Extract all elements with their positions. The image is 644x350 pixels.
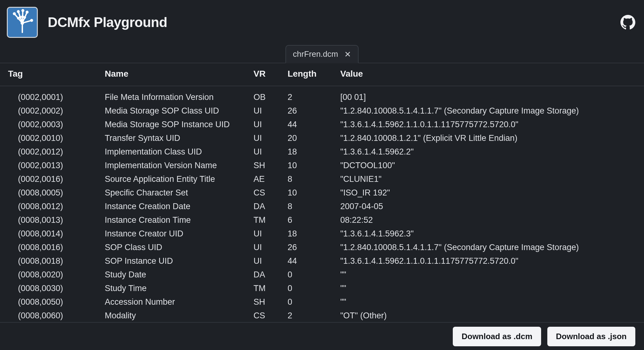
cell-tag: (0002,0003) <box>0 118 102 132</box>
app-title: DCMfx Playground <box>48 15 167 30</box>
cell-vr: UI <box>251 254 285 268</box>
cell-tag: (0008,0012) <box>0 200 102 213</box>
cell-tag: (0002,0012) <box>0 145 102 159</box>
cell-length: 0 <box>285 282 338 295</box>
cell-vr: UI <box>251 227 285 241</box>
cell-value: "ISO_IR 192" <box>338 186 644 200</box>
cell-tag: (0008,0016) <box>0 241 102 254</box>
table-row[interactable]: (0008,0012)Instance Creation DateDA82007… <box>0 200 644 213</box>
table-row[interactable]: (0002,0003)Media Storage SOP Instance UI… <box>0 118 644 132</box>
table-row[interactable]: (0008,0016)SOP Class UIDUI26"1.2.840.100… <box>0 241 644 254</box>
svg-point-4 <box>26 11 28 13</box>
cell-vr: DA <box>251 268 285 282</box>
cell-name: Implementation Version Name <box>102 159 251 173</box>
cell-name: Accession Number <box>102 295 251 309</box>
cell-length: 2 <box>285 86 338 104</box>
svg-point-8 <box>22 16 23 17</box>
col-value: Value <box>338 63 644 86</box>
cell-value: "1.2.840.10008.1.2.1" (Explicit VR Littl… <box>338 132 644 145</box>
table-row[interactable]: (0008,0005)Specific Character SetCS10"IS… <box>0 186 644 200</box>
cell-name: Instance Creation Date <box>102 200 251 213</box>
cell-tag: (0002,0016) <box>0 173 102 186</box>
cell-vr: TM <box>251 282 285 295</box>
col-tag: Tag <box>0 63 102 86</box>
cell-name: SOP Instance UID <box>102 254 251 268</box>
cell-tag: (0002,0002) <box>0 104 102 118</box>
col-length: Length <box>285 63 338 86</box>
cell-vr: UI <box>251 241 285 254</box>
cell-value: "1.3.6.1.4.1.5962.3" <box>338 227 644 241</box>
cell-value: "DCTOOL100" <box>338 159 644 173</box>
svg-point-2 <box>18 11 19 12</box>
col-vr: VR <box>251 63 285 86</box>
table-header-row: Tag Name VR Length Value <box>0 63 644 86</box>
cell-name: Specific Character Set <box>102 186 251 200</box>
cell-tag: (0008,0030) <box>0 282 102 295</box>
table-row[interactable]: (0002,0016)Source Application Entity Tit… <box>0 173 644 186</box>
table-row[interactable]: (0008,0060)ModalityCS2"OT" (Other) <box>0 309 644 323</box>
cell-value: "" <box>338 282 644 295</box>
data-table-wrap: Tag Name VR Length Value (0002,0001)File… <box>0 63 644 333</box>
col-name: Name <box>102 63 251 86</box>
svg-point-6 <box>18 18 19 19</box>
cell-length: 18 <box>285 227 338 241</box>
cell-value: "1.2.840.10008.5.1.4.1.1.7" (Secondary C… <box>338 241 644 254</box>
footer: Download as .dcm Download as .json <box>0 322 644 350</box>
close-icon[interactable]: ✕ <box>344 50 351 58</box>
cell-tag: (0008,0020) <box>0 268 102 282</box>
cell-name: Implementation Class UID <box>102 145 251 159</box>
cell-vr: UI <box>251 104 285 118</box>
file-tab[interactable]: chrFren.dcm ✕ <box>285 45 359 63</box>
cell-tag: (0008,0050) <box>0 295 102 309</box>
table-row[interactable]: (0008,0020)Study DateDA0"" <box>0 268 644 282</box>
cell-length: 26 <box>285 241 338 254</box>
cell-length: 44 <box>285 118 338 132</box>
table-row[interactable]: (0002,0002)Media Storage SOP Class UIDUI… <box>0 104 644 118</box>
table-row[interactable]: (0002,0013)Implementation Version NameSH… <box>0 159 644 173</box>
table-row[interactable]: (0002,0010)Transfer Syntax UIDUI20"1.2.8… <box>0 132 644 145</box>
table-row[interactable]: (0008,0013)Instance Creation TimeTM608:2… <box>0 213 644 227</box>
download-dcm-button[interactable]: Download as .dcm <box>453 327 541 346</box>
svg-point-7 <box>20 16 21 18</box>
cell-name: SOP Class UID <box>102 241 251 254</box>
cell-tag: (0002,0001) <box>0 86 102 104</box>
cell-length: 10 <box>285 186 338 200</box>
cell-value: [00 01] <box>338 86 644 104</box>
download-json-button[interactable]: Download as .json <box>547 327 635 346</box>
table-row[interactable]: (0008,0018)SOP Instance UIDUI44"1.3.6.1.… <box>0 254 644 268</box>
svg-point-0 <box>21 22 24 24</box>
header-left: DCMfx Playground <box>7 7 167 38</box>
dicom-table: Tag Name VR Length Value (0002,0001)File… <box>0 63 644 333</box>
cell-value: 08:22:52 <box>338 213 644 227</box>
cell-value: "1.3.6.1.4.1.5962.1.1.0.1.1.1175775772.5… <box>338 254 644 268</box>
table-row[interactable]: (0008,0050)Accession NumberSH0"" <box>0 295 644 309</box>
cell-tag: (0008,0014) <box>0 227 102 241</box>
cell-name: Instance Creation Time <box>102 213 251 227</box>
cell-vr: SH <box>251 159 285 173</box>
cell-value: "CLUNIE1" <box>338 173 644 186</box>
cell-length: 2 <box>285 309 338 323</box>
cell-value: "1.2.840.10008.5.1.4.1.1.7" (Secondary C… <box>338 104 644 118</box>
cell-length: 8 <box>285 173 338 186</box>
tab-bar: chrFren.dcm ✕ <box>0 47 644 63</box>
cell-tag: (0008,0018) <box>0 254 102 268</box>
cell-length: 10 <box>285 159 338 173</box>
table-row[interactable]: (0002,0012)Implementation Class UIDUI18"… <box>0 145 644 159</box>
cell-vr: UI <box>251 132 285 145</box>
cell-vr: DA <box>251 200 285 213</box>
cell-name: Study Time <box>102 282 251 295</box>
table-row[interactable]: (0008,0014)Instance Creator UIDUI18"1.3.… <box>0 227 644 241</box>
cell-value: "OT" (Other) <box>338 309 644 323</box>
table-row[interactable]: (0008,0030)Study TimeTM0"" <box>0 282 644 295</box>
table-row[interactable]: (0002,0001)File Meta Information Version… <box>0 86 644 104</box>
cell-length: 0 <box>285 295 338 309</box>
cell-length: 20 <box>285 132 338 145</box>
cell-length: 44 <box>285 254 338 268</box>
svg-point-1 <box>14 13 15 15</box>
svg-point-9 <box>24 17 25 18</box>
cell-value: "" <box>338 295 644 309</box>
github-link[interactable] <box>620 15 635 30</box>
cell-length: 26 <box>285 104 338 118</box>
cell-tag: (0002,0013) <box>0 159 102 173</box>
cell-name: Transfer Syntax UID <box>102 132 251 145</box>
